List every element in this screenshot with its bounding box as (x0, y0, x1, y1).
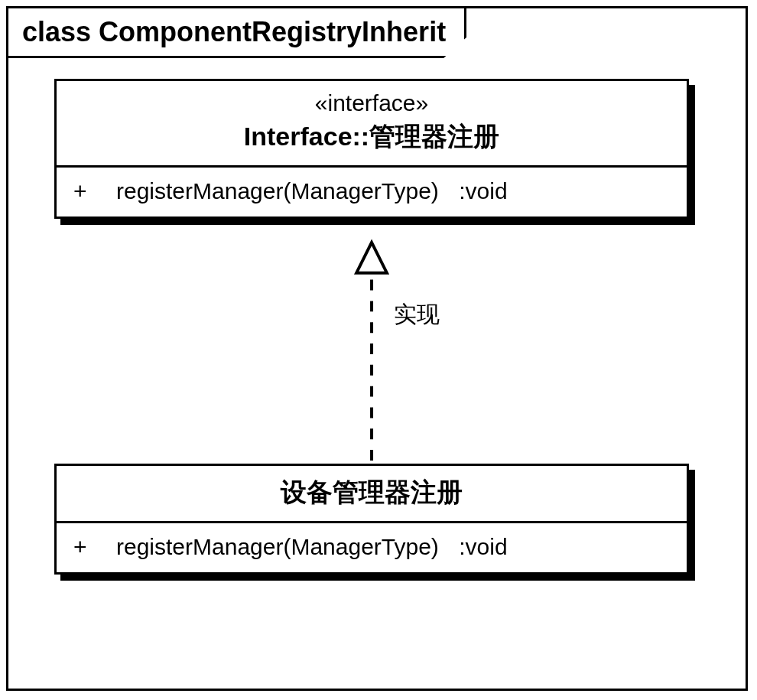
box-header: «interface» Interface::管理器注册 (57, 81, 687, 168)
box-inner: 设备管理器注册 + registerManager(ManagerType) :… (54, 464, 689, 575)
method-signature: registerManager(ManagerType) :void (116, 178, 670, 204)
method-visibility: + (73, 178, 95, 204)
box-inner: «interface» Interface::管理器注册 + registerM… (54, 79, 689, 219)
method-row: + registerManager(ManagerType) :void (57, 523, 687, 572)
method-signature: registerManager(ManagerType) :void (116, 534, 670, 560)
box-header: 设备管理器注册 (57, 466, 687, 523)
frame-title-text: class ComponentRegistryInherit (22, 16, 446, 47)
method-row: + registerManager(ManagerType) :void (57, 168, 687, 217)
diagram-frame: class ComponentRegistryInherit «interfac… (6, 6, 748, 691)
method-sig-text: registerManager(ManagerType) (116, 534, 439, 559)
impl-class-box: 设备管理器注册 + registerManager(ManagerType) :… (54, 464, 689, 575)
interface-class-box: «interface» Interface::管理器注册 + registerM… (54, 79, 689, 219)
class-name: Interface::管理器注册 (70, 119, 673, 155)
method-return: :void (459, 178, 507, 204)
method-return: :void (459, 534, 507, 560)
method-visibility: + (73, 534, 95, 560)
method-sig-text: registerManager(ManagerType) (116, 178, 439, 203)
relationship-label-text: 实现 (394, 301, 440, 327)
stereotype-label: «interface» (70, 90, 673, 116)
class-name: 设备管理器注册 (70, 475, 673, 510)
svg-marker-1 (356, 243, 387, 273)
relationship-label: 实现 (391, 299, 443, 330)
frame-title: class ComponentRegistryInherit (6, 6, 466, 58)
